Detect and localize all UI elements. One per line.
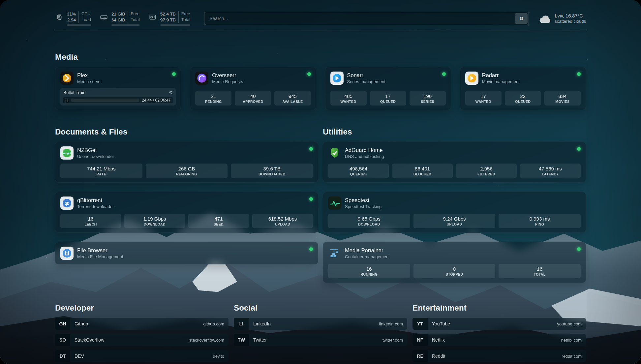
bookmark-abbr: NF — [412, 334, 428, 346]
topbar-divider — [55, 31, 586, 31]
service-name: qBittorrent — [77, 197, 114, 203]
service-desc: Media File Management — [77, 254, 123, 259]
stat-pending: 21 PENDING — [195, 91, 231, 106]
stat-upload: 9.24 Gbps UPLOAD — [413, 214, 496, 228]
section-title-utilities: Utilities — [323, 127, 586, 136]
stat-leech: 16 LEECH — [60, 214, 121, 228]
section-title-developer: Developer — [55, 303, 229, 313]
svg-text:nzbget: nzbget — [63, 152, 71, 155]
stat-wanted: 485 WANTED — [330, 91, 367, 106]
service-card-speedtest[interactable]: Speedtest Speedtest Tracking 9.65 Gbps D… — [323, 192, 586, 233]
service-desc: Media Requests — [212, 79, 243, 84]
service-desc: Usenet downloader — [77, 154, 114, 159]
service-desc: Torrent downloader — [77, 204, 114, 209]
bookmark-twitter[interactable]: TW Twitter twitter.com — [234, 334, 407, 346]
cpu-meter: 31% CPU 2.94 Load — [55, 11, 91, 26]
disk-total-label: Total — [178, 17, 190, 23]
service-card-plex[interactable]: Plex Media server Bullet Train ⚙ — [55, 67, 181, 110]
disk-total-value: 97.9 TB — [160, 17, 178, 23]
bookmark-linkedin[interactable]: LI LinkedIn linkedin.com — [234, 318, 407, 330]
stat-upload: 618.52 Mbps UPLOAD — [252, 214, 313, 228]
section-title-media: Media — [55, 52, 586, 62]
service-card-portainer[interactable]: Media Portainer Container management 16 … — [323, 242, 586, 283]
service-card-radarr[interactable]: Radarr Movie management 17 WANTED 22 QUE… — [460, 67, 586, 110]
status-dot — [307, 72, 311, 76]
service-card-nzbget[interactable]: nzbget NZBGet Usenet downloader 744.21 M… — [55, 142, 318, 183]
service-card-sonarr[interactable]: Sonarr Series management 485 WANTED 17 Q… — [325, 67, 451, 110]
weather-condition: scattered clouds — [555, 19, 586, 24]
search-input[interactable] — [205, 16, 515, 21]
stat-remaining: 266 GB REMAINING — [146, 164, 228, 178]
section-title-documents: Documents & Files — [55, 127, 318, 136]
weather-widget: Lviv, 16.87°C scattered clouds — [539, 13, 586, 24]
stat-downloaded: 39.6 TB DOWNLOADED — [231, 164, 313, 178]
stat-running: 16 RUNNING — [328, 264, 410, 278]
section-utilities: Utilities AdGuard — [323, 127, 586, 283]
service-desc: Movie management — [482, 79, 520, 84]
bookmark-abbr: RE — [412, 350, 428, 362]
cpu-usage-bar — [67, 24, 91, 26]
filebrowser-icon — [60, 247, 74, 260]
disk-meter: 52.4 TB Free 97.9 TB Total — [148, 11, 191, 26]
stat-filtered: 2,956 FILTERED — [456, 164, 517, 178]
weather-location: Lviv, 16.87°C — [555, 13, 586, 18]
adguard-icon — [328, 146, 341, 160]
service-name: Sonarr — [347, 72, 385, 78]
service-name: Speedtest — [345, 197, 382, 203]
stat-total: 16 TOTAL — [499, 264, 581, 278]
section-entertainment: Entertainment YT YouTube youtube.com NF … — [412, 303, 586, 362]
stat-available: 945 AVAILABLE — [274, 91, 311, 106]
section-title-social: Social — [234, 303, 407, 313]
memory-total-value: 64 GiB — [111, 17, 128, 23]
bookmark-reddit[interactable]: RE Reddit reddit.com — [412, 350, 586, 362]
pause-icon[interactable] — [66, 99, 68, 102]
qbittorrent-icon: qb — [60, 197, 74, 210]
stat-blocked: 86,401 BLOCKED — [392, 164, 453, 178]
sonarr-icon — [330, 72, 344, 85]
stat-download: 1.19 Gbps DOWNLOAD — [124, 214, 185, 228]
service-card-adguard[interactable]: AdGuard Home DNS and adblocking 498,564 … — [323, 142, 586, 183]
stat-series: 196 SERIES — [410, 91, 446, 106]
service-desc: Media server — [77, 79, 102, 84]
service-card-overseerr[interactable]: Overseerr Media Requests 21 PENDING 40 A… — [190, 67, 316, 110]
bookmark-stackoverflow[interactable]: SO StackOverflow stackoverflow.com — [55, 334, 229, 346]
service-desc: DNS and adblocking — [345, 154, 384, 159]
now-playing-widget: Bullet Train ⚙ 24:44 / 02:06:47 — [60, 88, 176, 106]
stat-queued: 17 QUEUED — [370, 91, 406, 106]
service-card-filebrowser[interactable]: File Browser Media File Management — [55, 242, 318, 264]
stat-queries: 498,564 QUERIES — [328, 164, 389, 178]
memory-usage-bar — [111, 24, 140, 26]
cloud-icon — [539, 14, 551, 23]
section-social: Social LI LinkedIn linkedin.com TW Twitt… — [234, 303, 407, 346]
bookmark-netflix[interactable]: NF Netflix netflix.com — [412, 334, 586, 346]
search-bar: G — [204, 12, 529, 25]
service-desc: Series management — [347, 79, 385, 84]
memory-free-label: Free — [128, 11, 139, 17]
stat-latency: 47.569 ms LATENCY — [520, 164, 581, 178]
stat-stopped: 0 STOPPED — [413, 264, 496, 278]
memory-free-value: 21 GiB — [111, 11, 128, 17]
cpu-label: CPU — [78, 11, 91, 17]
gear-icon[interactable]: ⚙ — [169, 90, 173, 95]
service-card-qbittorrent[interactable]: qb qBittorrent Torrent downloader 16 LEE… — [55, 192, 318, 233]
playback-progress[interactable] — [71, 99, 139, 102]
disk-free-label: Free — [178, 11, 190, 17]
bookmark-abbr: SO — [55, 334, 70, 346]
bookmark-youtube[interactable]: YT YouTube youtube.com — [412, 318, 586, 330]
stat-download: 9.65 Gbps DOWNLOAD — [328, 214, 410, 228]
bookmark-dev[interactable]: DT DEV dev.to — [55, 350, 229, 362]
bookmark-github[interactable]: GH Github github.com — [55, 318, 229, 330]
bookmark-abbr: LI — [234, 318, 249, 330]
disk-usage-bar — [160, 24, 191, 26]
stat-seed: 471 SEED — [188, 214, 249, 228]
bookmark-abbr: GH — [55, 318, 70, 330]
disk-free-value: 52.4 TB — [160, 11, 178, 17]
google-search-button[interactable]: G — [515, 13, 528, 24]
cpu-icon — [55, 13, 64, 21]
memory-icon — [100, 13, 108, 21]
stat-approved: 40 APPROVED — [235, 91, 271, 106]
memory-total-label: Total — [128, 17, 139, 23]
bookmark-abbr: YT — [412, 318, 428, 330]
cpu-percent: 31% — [67, 11, 78, 17]
nzbget-icon: nzbget — [60, 146, 74, 160]
